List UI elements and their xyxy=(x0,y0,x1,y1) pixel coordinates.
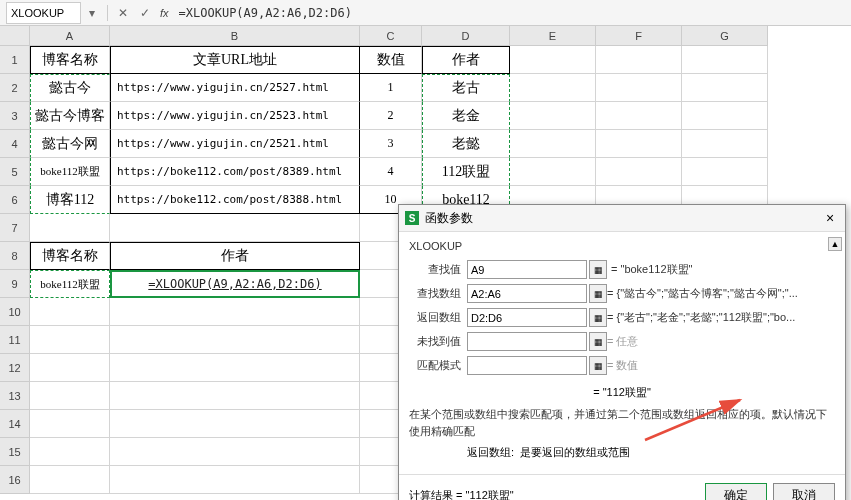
cell[interactable]: 2 xyxy=(360,102,422,130)
row-header[interactable]: 10 xyxy=(0,298,30,326)
param-input-return-array[interactable] xyxy=(467,308,587,327)
cell[interactable] xyxy=(110,214,360,242)
cell[interactable] xyxy=(682,158,768,186)
cancel-formula-icon[interactable]: ✕ xyxy=(114,4,132,22)
range-picker-icon[interactable]: ▦ xyxy=(589,284,607,303)
cell[interactable]: 3 xyxy=(360,130,422,158)
cell[interactable] xyxy=(110,354,360,382)
range-picker-icon[interactable]: ▦ xyxy=(589,332,607,351)
row-header[interactable]: 3 xyxy=(0,102,30,130)
cell-active[interactable]: =XLOOKUP(A9,A2:A6,D2:D6) xyxy=(110,270,360,298)
cell[interactable]: 懿古今博客 xyxy=(30,102,110,130)
cell[interactable]: 112联盟 xyxy=(422,158,510,186)
name-box-dropdown[interactable]: ▾ xyxy=(83,4,101,22)
cell[interactable] xyxy=(110,410,360,438)
cell[interactable]: https://boke112.com/post/8388.html xyxy=(110,186,360,214)
cell[interactable]: 博客112 xyxy=(30,186,110,214)
cell[interactable] xyxy=(510,158,596,186)
row-header[interactable]: 9 xyxy=(0,270,30,298)
cell[interactable]: 作者 xyxy=(110,242,360,270)
cell[interactable] xyxy=(30,382,110,410)
cell[interactable]: 老懿 xyxy=(422,130,510,158)
cell[interactable] xyxy=(596,158,682,186)
cell[interactable]: 4 xyxy=(360,158,422,186)
cell[interactable]: 老古 xyxy=(422,74,510,102)
cell[interactable] xyxy=(30,326,110,354)
range-picker-icon[interactable]: ▦ xyxy=(589,308,607,327)
cell[interactable] xyxy=(596,130,682,158)
cell[interactable] xyxy=(30,410,110,438)
ok-button[interactable]: 确定 xyxy=(705,483,767,500)
select-all-corner[interactable] xyxy=(0,26,30,46)
cell[interactable]: 懿古今网 xyxy=(30,130,110,158)
param-input-match-mode[interactable] xyxy=(467,356,587,375)
col-header-e[interactable]: E xyxy=(510,26,596,46)
row-header[interactable]: 6 xyxy=(0,186,30,214)
col-header-c[interactable]: C xyxy=(360,26,422,46)
cell[interactable] xyxy=(510,74,596,102)
cell[interactable] xyxy=(510,102,596,130)
cell[interactable]: 懿古今 xyxy=(30,74,110,102)
cell[interactable] xyxy=(30,214,110,242)
cell[interactable] xyxy=(110,466,360,494)
cell[interactable] xyxy=(110,382,360,410)
cell[interactable] xyxy=(30,438,110,466)
cell[interactable]: https://boke112.com/post/8389.html xyxy=(110,158,360,186)
cancel-button[interactable]: 取消 xyxy=(773,483,835,500)
cell[interactable] xyxy=(110,438,360,466)
cell[interactable] xyxy=(682,130,768,158)
cell[interactable] xyxy=(682,46,768,74)
row-header[interactable]: 4 xyxy=(0,130,30,158)
param-input-lookup-array[interactable] xyxy=(467,284,587,303)
row-header[interactable]: 2 xyxy=(0,74,30,102)
col-header-a[interactable]: A xyxy=(30,26,110,46)
cell[interactable]: boke112联盟 xyxy=(30,158,110,186)
cell[interactable]: 数值 xyxy=(360,46,422,74)
range-picker-icon[interactable]: ▦ xyxy=(589,260,607,279)
cell[interactable] xyxy=(30,466,110,494)
fx-label[interactable]: fx xyxy=(160,7,169,19)
cell[interactable] xyxy=(596,74,682,102)
cell[interactable] xyxy=(30,354,110,382)
scroll-up-icon[interactable]: ▲ xyxy=(828,237,842,251)
range-picker-icon[interactable]: ▦ xyxy=(589,356,607,375)
cell[interactable] xyxy=(596,46,682,74)
cell[interactable] xyxy=(510,46,596,74)
col-header-b[interactable]: B xyxy=(110,26,360,46)
row-header[interactable]: 7 xyxy=(0,214,30,242)
cell[interactable]: https://www.yigujin.cn/2523.html xyxy=(110,102,360,130)
cell[interactable] xyxy=(110,298,360,326)
dialog-titlebar[interactable]: S 函数参数 × xyxy=(399,205,845,232)
accept-formula-icon[interactable]: ✓ xyxy=(136,4,154,22)
cell[interactable]: 老金 xyxy=(422,102,510,130)
row-header[interactable]: 14 xyxy=(0,410,30,438)
param-input-not-found[interactable] xyxy=(467,332,587,351)
cell[interactable]: 博客名称 xyxy=(30,46,110,74)
row-header[interactable]: 11 xyxy=(0,326,30,354)
cell[interactable]: https://www.yigujin.cn/2527.html xyxy=(110,74,360,102)
name-box[interactable]: XLOOKUP xyxy=(6,2,81,24)
cell[interactable]: boke112联盟 xyxy=(30,270,110,298)
cell[interactable] xyxy=(596,102,682,130)
cell[interactable] xyxy=(110,326,360,354)
formula-input[interactable]: =XLOOKUP(A9,A2:A6,D2:D6) xyxy=(173,4,851,22)
row-header[interactable]: 13 xyxy=(0,382,30,410)
row-header[interactable]: 1 xyxy=(0,46,30,74)
row-header[interactable]: 16 xyxy=(0,466,30,494)
cell[interactable] xyxy=(682,74,768,102)
row-header[interactable]: 15 xyxy=(0,438,30,466)
cell[interactable]: 文章URL地址 xyxy=(110,46,360,74)
col-header-f[interactable]: F xyxy=(596,26,682,46)
cell[interactable]: 1 xyxy=(360,74,422,102)
row-header[interactable]: 8 xyxy=(0,242,30,270)
cell[interactable]: 博客名称 xyxy=(30,242,110,270)
col-header-g[interactable]: G xyxy=(682,26,768,46)
row-header[interactable]: 12 xyxy=(0,354,30,382)
cell[interactable] xyxy=(682,102,768,130)
cell[interactable] xyxy=(510,130,596,158)
close-icon[interactable]: × xyxy=(821,209,839,227)
cell[interactable] xyxy=(30,298,110,326)
cell[interactable]: 作者 xyxy=(422,46,510,74)
row-header[interactable]: 5 xyxy=(0,158,30,186)
col-header-d[interactable]: D xyxy=(422,26,510,46)
